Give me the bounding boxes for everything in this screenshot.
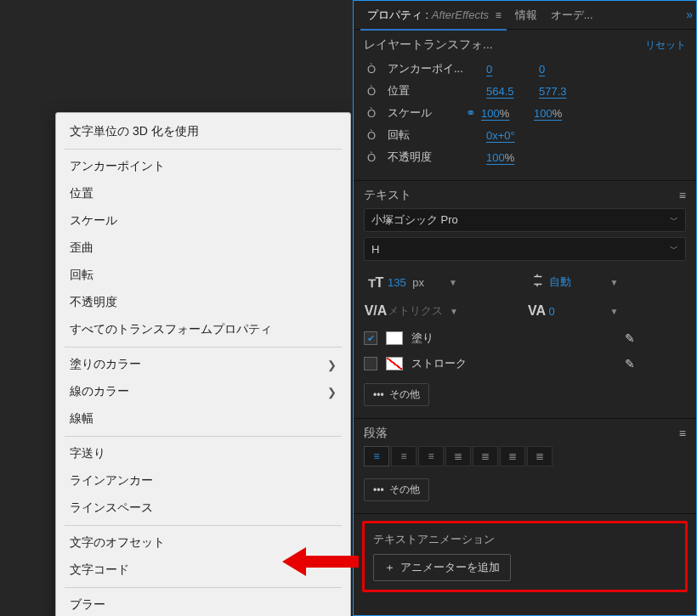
kerning-value[interactable]: メトリクス [388, 303, 443, 319]
row-scale: Ò スケール ⚭ 100% 100% [364, 102, 686, 124]
position-x[interactable]: 564.5 [486, 85, 530, 98]
menu-item-label: 文字のオフセット [70, 535, 165, 551]
tab-properties[interactable]: プロパティ : AfterEffects ≡ [360, 8, 508, 23]
section-paragraph-title: 段落 [364, 426, 388, 441]
section-menu-icon[interactable]: ≡ [679, 427, 686, 440]
stroke-swatch[interactable] [386, 357, 403, 370]
align-center-button[interactable]: ≡ [391, 446, 416, 466]
menu-item[interactable]: すべてのトランスフォームプロパティ [56, 316, 350, 343]
eyedropper-icon[interactable]: ✎ [625, 357, 635, 370]
link-icon[interactable]: ⚭ [466, 106, 476, 120]
menu-item[interactable]: ラインスペース [56, 494, 350, 522]
menu-item[interactable]: 文字コード [56, 557, 350, 584]
section-text: テキスト ≡ 小塚ゴシック Pro﹀ H﹀ ᴛT 135 px ▼ 自動 ▼ V… [354, 181, 696, 419]
menu-item[interactable]: 不透明度 [56, 289, 350, 316]
menu-item[interactable]: 塗りのカラー❯ [56, 351, 350, 378]
anchor-x[interactable]: 0 [486, 63, 530, 76]
scale-y[interactable]: 100% [534, 107, 578, 120]
justify-full-button[interactable]: ≣ [527, 446, 552, 466]
menu-item-label: 字送り [70, 446, 105, 461]
section-paragraph: 段落 ≡ ≡ ≡ ≡ ≣ ≣ ≣ ≣ •••その他 [354, 419, 696, 514]
menu-item-label: ラインスペース [70, 500, 153, 516]
menu-item[interactable]: 線幅 [56, 405, 350, 432]
anchor-y[interactable]: 0 [539, 63, 583, 76]
section-menu-icon[interactable]: ≡ [679, 189, 686, 202]
dots-icon: ••• [373, 484, 384, 496]
font-size-icon: ᴛT [364, 274, 388, 291]
font-family-dropdown[interactable]: 小塚ゴシック Pro﹀ [364, 208, 686, 232]
text-other-button[interactable]: •••その他 [364, 383, 429, 406]
menu-separator [65, 347, 342, 348]
align-right-button[interactable]: ≡ [418, 446, 444, 466]
stroke-checkbox[interactable] [364, 357, 377, 370]
reset-button[interactable]: リセット [645, 38, 686, 53]
menu-item-label: ブラー [70, 597, 105, 613]
menu-item[interactable]: 文字単位の 3D 化を使用 [56, 118, 350, 145]
dropdown-caret-icon[interactable]: ▼ [610, 278, 619, 287]
animator-context-menu: 文字単位の 3D 化を使用アンカーポイント位置スケール歪曲回転不透明度すべてのト… [55, 112, 351, 616]
row-fill: ✔ 塗り ✎ [364, 325, 686, 351]
align-left-button[interactable]: ≡ [364, 446, 389, 466]
stopwatch-icon[interactable]: Ò [364, 63, 379, 76]
row-anchor: Ò アンカーポイ... 0 0 [364, 58, 686, 80]
position-y[interactable]: 577.3 [539, 85, 583, 98]
tab-info[interactable]: 情報 [508, 8, 544, 23]
section-text-animation: テキストアニメーション ＋アニメーターを追加 [362, 521, 688, 592]
chevron-down-icon: ﹀ [670, 214, 678, 226]
stopwatch-icon[interactable]: Ò [364, 129, 379, 142]
rotation-value[interactable]: 0x+0° [486, 129, 530, 142]
dropdown-caret-icon[interactable]: ▼ [610, 307, 619, 316]
leading-value[interactable]: 自動 [549, 274, 604, 290]
menu-item-label: スケール [70, 213, 117, 229]
fill-checkbox[interactable]: ✔ [364, 331, 377, 345]
menu-item[interactable]: 歪曲 [56, 235, 350, 262]
row-stroke: ストローク ✎ [364, 351, 686, 376]
menu-item[interactable]: ラインアンカー [56, 467, 350, 494]
tracking-value[interactable]: 0 [549, 305, 604, 318]
menu-item-label: すべてのトランスフォームプロパティ [70, 322, 272, 337]
add-animator-button[interactable]: ＋アニメーターを追加 [373, 554, 511, 581]
menu-item-label: 位置 [70, 186, 94, 201]
menu-item[interactable]: 位置 [56, 180, 350, 207]
fill-label: 塗り [411, 331, 434, 346]
menu-item[interactable]: 回転 [56, 262, 350, 289]
eyedropper-icon[interactable]: ✎ [625, 331, 635, 345]
font-size-value[interactable]: 135 px [388, 276, 442, 289]
opacity-value[interactable]: 100% [486, 151, 530, 164]
scale-x[interactable]: 100% [481, 107, 525, 120]
menu-item-label: 不透明度 [70, 295, 117, 310]
menu-item[interactable]: 字送り [56, 440, 350, 467]
row-leading: 自動 ▼ [525, 268, 687, 297]
dropdown-caret-icon[interactable]: ▼ [450, 307, 458, 316]
row-rotation: Ò 回転 0x+0° [364, 124, 686, 146]
panel-tabs: プロパティ : AfterEffects ≡ 情報 オーデ... [354, 1, 696, 30]
justify-center-button[interactable]: ≣ [473, 446, 498, 466]
justify-right-button[interactable]: ≣ [500, 446, 525, 466]
menu-item[interactable]: 文字のオフセット [56, 529, 350, 557]
tracking-icon: VA [525, 303, 549, 319]
submenu-arrow-icon: ❯ [327, 359, 337, 371]
menu-item[interactable]: 線のカラー❯ [56, 378, 350, 405]
fill-swatch[interactable] [386, 331, 403, 345]
tab-audio[interactable]: オーデ... [544, 8, 600, 23]
stopwatch-icon[interactable]: Ò [364, 151, 379, 164]
font-weight-dropdown[interactable]: H﹀ [364, 237, 686, 261]
panel-menu-icon[interactable]: ≡ [496, 9, 502, 21]
justify-left-button[interactable]: ≣ [445, 446, 471, 466]
plus-icon: ＋ [384, 560, 395, 575]
paragraph-other-button[interactable]: •••その他 [364, 478, 429, 501]
menu-item[interactable]: スケール [56, 207, 350, 235]
kerning-icon: V/A [364, 303, 388, 319]
dots-icon: ••• [373, 389, 384, 401]
menu-item[interactable]: ブラー [56, 591, 350, 616]
stroke-label: ストローク [411, 356, 467, 371]
stopwatch-icon[interactable]: Ò [364, 85, 379, 98]
dropdown-caret-icon[interactable]: ▼ [449, 278, 457, 287]
stopwatch-icon[interactable]: Ò [364, 107, 379, 120]
row-tracking: VA 0 ▼ [525, 297, 687, 325]
section-text-title: テキスト [364, 188, 411, 203]
panel-expand-icon[interactable]: » [686, 8, 693, 21]
menu-item-label: 線のカラー [70, 384, 129, 399]
row-font-size: ᴛT 135 px ▼ [364, 268, 525, 297]
menu-item[interactable]: アンカーポイント [56, 153, 350, 180]
